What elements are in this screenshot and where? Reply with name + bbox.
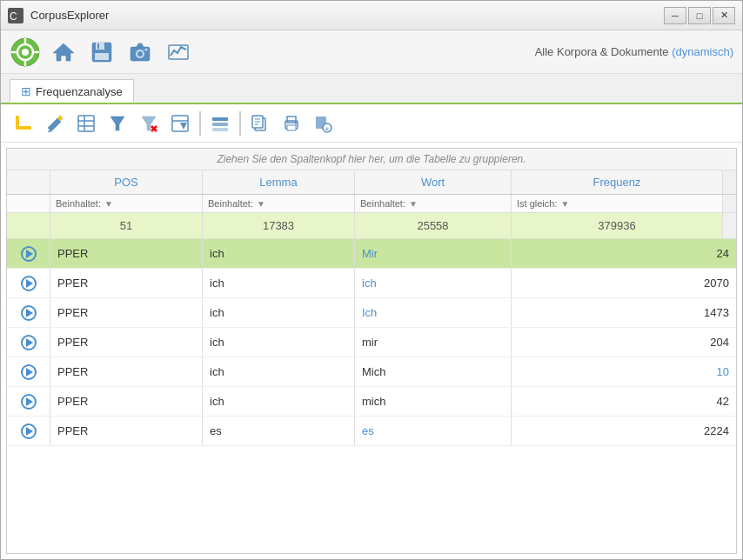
svg-point-16 bbox=[145, 48, 148, 50]
row-play-button[interactable] bbox=[7, 269, 50, 297]
wort-link[interactable]: es bbox=[362, 424, 374, 437]
row-play-button[interactable] bbox=[7, 357, 50, 386]
title-bar-controls: ─ □ ✕ bbox=[664, 7, 735, 24]
cell-wort: mich bbox=[355, 387, 512, 416]
svg-marker-31 bbox=[180, 123, 187, 130]
cell-frequenz: 42 bbox=[512, 387, 736, 416]
table-row[interactable]: PPEReses2224 bbox=[7, 417, 736, 446]
filter-frequenz-arrow[interactable]: ▼ bbox=[560, 199, 569, 209]
cell-pos: PPER bbox=[50, 298, 203, 327]
edit-button[interactable] bbox=[41, 110, 69, 137]
filter-pos[interactable]: Beinhaltet: ▼ bbox=[50, 195, 203, 212]
play-triangle-icon bbox=[26, 397, 33, 406]
table-row[interactable]: PPERichIch1473 bbox=[7, 298, 736, 328]
cell-wort: Mich bbox=[355, 357, 512, 386]
filter-remove-button[interactable] bbox=[135, 110, 163, 137]
camera-button[interactable] bbox=[124, 37, 156, 68]
col-header-wort[interactable]: Wort bbox=[355, 170, 512, 194]
minimize-button[interactable]: ─ bbox=[664, 7, 686, 24]
table-row[interactable]: PPERichmich42 bbox=[7, 387, 736, 417]
svg-rect-19 bbox=[16, 116, 19, 128]
wort-link[interactable]: Ich bbox=[362, 306, 377, 319]
toolbar-separator-1 bbox=[199, 111, 201, 136]
play-triangle-icon bbox=[26, 309, 33, 317]
cell-wort[interactable]: es bbox=[355, 417, 512, 445]
cell-wort[interactable]: Mir bbox=[355, 239, 512, 268]
play-icon[interactable] bbox=[21, 276, 37, 291]
col-header-frequenz[interactable]: Frequenz bbox=[512, 170, 722, 194]
app-icon: C bbox=[8, 8, 23, 23]
filter-frequenz-label: Ist gleich: bbox=[517, 198, 557, 209]
row-play-button[interactable] bbox=[7, 417, 50, 445]
summary-lemma: 17383 bbox=[203, 213, 355, 238]
highlight-button[interactable] bbox=[10, 110, 37, 137]
wort-link[interactable]: Mir bbox=[362, 247, 378, 260]
filter-lemma-arrow[interactable]: ▼ bbox=[257, 199, 265, 209]
svg-rect-11 bbox=[95, 53, 109, 60]
corpus-info: Alle Korpora & Dokumente (dynamisch) bbox=[535, 45, 733, 58]
wort-link[interactable]: ich bbox=[362, 277, 377, 290]
play-icon[interactable] bbox=[21, 423, 37, 439]
table-row[interactable]: PPERichmir204 bbox=[7, 328, 736, 357]
filter-pos-arrow[interactable]: ▼ bbox=[104, 199, 113, 209]
group-header: Ziehen Sie den Spaltenkopf hier her, um … bbox=[7, 149, 736, 170]
corpus-icon[interactable] bbox=[10, 37, 41, 68]
filter-num bbox=[7, 195, 50, 212]
cell-wort: mir bbox=[355, 328, 512, 357]
save-button[interactable] bbox=[86, 37, 117, 68]
row-play-button[interactable] bbox=[7, 387, 50, 416]
data-table: Ziehen Sie den Spaltenkopf hier her, um … bbox=[6, 148, 737, 554]
toolbar-separator-2 bbox=[239, 111, 241, 136]
table-button[interactable] bbox=[72, 110, 100, 137]
svg-rect-33 bbox=[212, 123, 228, 126]
filter-wort-arrow[interactable]: ▼ bbox=[409, 199, 418, 209]
filter-lemma-label: Beinhaltet: bbox=[208, 198, 253, 209]
maximize-button[interactable]: □ bbox=[688, 7, 711, 24]
filter-button[interactable] bbox=[104, 110, 131, 137]
close-button[interactable]: ✕ bbox=[713, 7, 735, 24]
title-bar: C CorpusExplorer ─ □ ✕ bbox=[1, 1, 742, 30]
svg-text:+: + bbox=[325, 124, 330, 132]
table-row[interactable]: PPERichMir24 bbox=[7, 239, 736, 269]
tab-frequenzanalyse[interactable]: ⊞ Frequenzanalyse bbox=[10, 79, 134, 104]
filter-wort[interactable]: Beinhaltet: ▼ bbox=[355, 195, 512, 212]
play-icon[interactable] bbox=[21, 364, 37, 380]
play-triangle-icon bbox=[26, 368, 33, 377]
cell-pos: PPER bbox=[50, 239, 203, 268]
column-headers: POS Lemma Wort Frequenz bbox=[7, 170, 736, 195]
row-play-button[interactable] bbox=[7, 239, 50, 268]
table-row[interactable]: PPERichMich10 bbox=[7, 357, 736, 387]
chart-button[interactable] bbox=[163, 37, 194, 68]
cell-lemma: ich bbox=[203, 269, 355, 297]
layers-button[interactable] bbox=[206, 110, 234, 137]
tab-icon: ⊞ bbox=[21, 84, 31, 98]
row-play-button[interactable] bbox=[7, 328, 50, 357]
cell-lemma: es bbox=[203, 417, 355, 445]
col-header-lemma[interactable]: Lemma bbox=[203, 170, 355, 194]
cell-lemma: ich bbox=[203, 298, 355, 327]
play-icon[interactable] bbox=[21, 335, 37, 350]
cell-wort[interactable]: Ich bbox=[355, 298, 512, 327]
play-icon[interactable] bbox=[21, 394, 37, 410]
play-icon[interactable] bbox=[21, 246, 37, 262]
cell-frequenz: 24 bbox=[512, 239, 736, 268]
home-button[interactable] bbox=[48, 37, 79, 68]
filter-col-button[interactable] bbox=[166, 110, 194, 137]
svg-rect-10 bbox=[96, 43, 104, 50]
summary-scrollbar-spacer bbox=[722, 213, 736, 238]
copy-button[interactable] bbox=[246, 110, 274, 137]
play-triangle-icon bbox=[26, 427, 33, 436]
cell-wort[interactable]: ich bbox=[355, 269, 512, 297]
filter-frequenz[interactable]: Ist gleich: ▼ bbox=[512, 195, 722, 212]
col-header-pos[interactable]: POS bbox=[50, 170, 203, 194]
svg-rect-32 bbox=[212, 117, 228, 121]
cell-lemma: ich bbox=[203, 357, 355, 386]
print-button[interactable] bbox=[278, 110, 305, 137]
filter-lemma[interactable]: Beinhaltet: ▼ bbox=[203, 195, 355, 212]
table-row[interactable]: PPERichich2070 bbox=[7, 269, 736, 298]
play-icon[interactable] bbox=[21, 305, 37, 321]
cell-frequenz: 2224 bbox=[512, 417, 736, 445]
col-header-num bbox=[7, 170, 50, 194]
export-button[interactable]: + bbox=[309, 110, 337, 137]
row-play-button[interactable] bbox=[7, 298, 50, 327]
